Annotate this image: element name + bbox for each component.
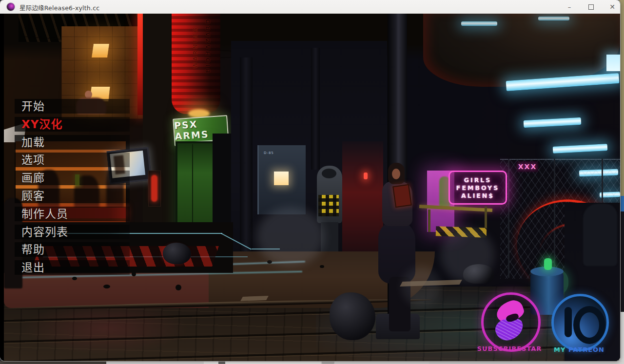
menu-item-gallery[interactable]: 画廊 bbox=[15, 171, 130, 185]
debris bbox=[176, 285, 181, 290]
steam bbox=[256, 208, 325, 266]
biohazard-text: BIOHAZARD bbox=[204, 18, 212, 73]
subscribestar-logo[interactable] bbox=[481, 292, 541, 352]
close-icon: ✕ bbox=[609, 3, 615, 11]
xxx-text: XXX bbox=[518, 163, 537, 171]
taskbar-segment bbox=[322, 361, 334, 364]
menu-item-content-list[interactable]: 内容列表 bbox=[15, 225, 130, 239]
menu-item-quit[interactable]: 退出 bbox=[15, 260, 130, 275]
girls-femboys-aliens-sign: GIRLS FEMBOYS ALIEN$ bbox=[448, 171, 507, 205]
patreon-logo[interactable] bbox=[551, 294, 609, 351]
game-window: 星际边缘Release6-xylth.cc – ✕ bbox=[0, 0, 620, 361]
neon-sign-line: GIRLS bbox=[464, 176, 492, 184]
leaning-woman-face bbox=[392, 169, 400, 179]
fluorescent-tube bbox=[606, 55, 620, 71]
neon-sign-line: ALIEN$ bbox=[461, 192, 494, 199]
xxx-sign: XXX bbox=[517, 161, 538, 172]
close-button[interactable]: ✕ bbox=[602, 0, 620, 14]
kiosk-screen bbox=[274, 172, 289, 185]
yellow-crate bbox=[318, 195, 339, 216]
fluorescent-tube bbox=[538, 17, 569, 20]
fluorescent-tube bbox=[524, 117, 582, 128]
seated-figure bbox=[583, 204, 617, 266]
game-viewport: BIOHAZARD WARNING PSX ARMS D-85 bbox=[0, 14, 620, 361]
patreon-icon bbox=[573, 306, 605, 344]
trash-bag bbox=[163, 243, 191, 264]
taskbar-icon-sliver bbox=[218, 361, 225, 364]
debris bbox=[320, 265, 324, 268]
patreon-label[interactable]: MY PATREON bbox=[549, 346, 609, 353]
patreon-icon bbox=[565, 307, 572, 337]
titlebar[interactable]: 星际边缘Release6-xylth.cc – ✕ bbox=[0, 0, 620, 14]
fluorescent-tube bbox=[461, 21, 497, 26]
green-door-seam bbox=[192, 144, 193, 222]
taskbar-segment bbox=[429, 361, 624, 364]
menu-item-customers[interactable]: 顾客 bbox=[15, 189, 130, 203]
kiosk-label: D-85 bbox=[264, 151, 274, 155]
minimize-icon: – bbox=[568, 3, 571, 11]
green-door bbox=[176, 141, 214, 229]
wall-lamp bbox=[92, 44, 109, 57]
menu-item-credits[interactable]: 制作人员 bbox=[15, 207, 130, 221]
subscribestar-label[interactable]: SUBSCRIBESTAR bbox=[473, 345, 546, 352]
warning-text: WARNING bbox=[192, 26, 199, 69]
railing-post bbox=[428, 210, 430, 232]
steam bbox=[402, 267, 441, 306]
maximize-icon bbox=[588, 4, 594, 10]
hood-shadow bbox=[322, 169, 336, 178]
menu-item-start[interactable]: 开始 bbox=[15, 99, 130, 114]
red-lamp bbox=[364, 172, 368, 179]
menu-item-options[interactable]: 选项 bbox=[15, 153, 130, 167]
trash-bag bbox=[330, 292, 375, 340]
window-title: 星际边缘Release6-xylth.cc bbox=[20, 3, 99, 12]
patreon-label-rest: PATREON bbox=[568, 346, 604, 353]
red-neon-strip bbox=[137, 14, 143, 115]
maximize-button[interactable] bbox=[580, 0, 602, 14]
debris bbox=[103, 285, 110, 288]
small-red-sign bbox=[148, 171, 161, 207]
taskbar[interactable] bbox=[0, 361, 624, 364]
green-bottle-glow bbox=[544, 258, 552, 270]
railing-post bbox=[485, 207, 487, 229]
menu-item-load[interactable]: 加载 bbox=[15, 135, 130, 150]
app-icon bbox=[7, 3, 15, 11]
red-sign-figure bbox=[151, 175, 157, 202]
minimize-button[interactable]: – bbox=[559, 0, 580, 14]
pillar bbox=[311, 48, 320, 170]
debris bbox=[132, 272, 136, 276]
pillar bbox=[240, 57, 253, 262]
menu-item-xy-patch[interactable]: XY汉化 bbox=[15, 117, 130, 132]
steam bbox=[441, 228, 494, 282]
taskbar-segment bbox=[0, 361, 106, 364]
main-menu: 开始 XY汉化 加载 选项 画廊 顾客 制作人员 内容列表 帮助 退出 bbox=[15, 99, 130, 278]
neon-sign-line: FEMBOYS bbox=[456, 184, 499, 192]
patreon-label-my: MY bbox=[554, 346, 568, 353]
biohazard-sign: BIOHAZARD WARNING bbox=[172, 14, 220, 114]
handheld-device bbox=[392, 184, 412, 208]
game-scene: BIOHAZARD WARNING PSX ARMS D-85 bbox=[4, 14, 620, 361]
fluorescent-tube bbox=[553, 144, 608, 153]
desktop: 星际边缘Release6-xylth.cc – ✕ bbox=[0, 0, 624, 364]
fence-post bbox=[508, 159, 509, 278]
menu-item-help[interactable]: 帮助 bbox=[15, 242, 130, 257]
